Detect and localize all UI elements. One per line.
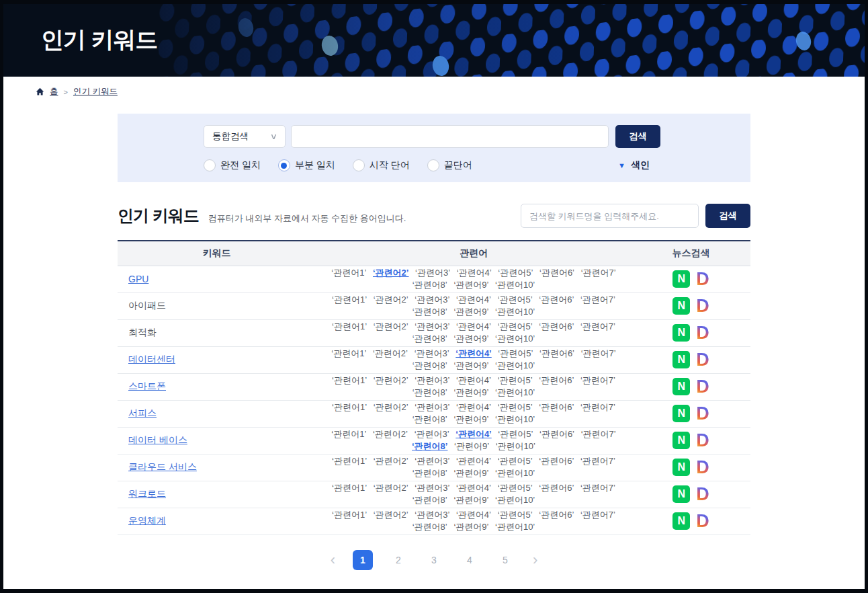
pagination-page-1[interactable]: 1	[353, 550, 373, 570]
related-term: ‘관련어8’	[413, 307, 447, 317]
keyword-link[interactable]: 데이터센터	[128, 354, 175, 364]
keyword-cell: 아이패드	[118, 292, 316, 319]
related-term: ‘관련어9’	[453, 280, 488, 290]
related-term: ‘관련어7’	[580, 375, 615, 385]
daum-news-icon[interactable]: D	[696, 512, 709, 530]
related-term-link[interactable]: ‘관련어4’	[455, 348, 491, 358]
section-title: 인기 키워드	[118, 205, 199, 227]
match-option-radio[interactable]: 완전 일치	[204, 159, 261, 171]
keyword-text: 최적화	[128, 327, 157, 338]
related-term: ‘관련어5’	[498, 510, 533, 520]
naver-news-icon[interactable]: N	[672, 432, 690, 449]
radio-unchecked-icon[interactable]	[427, 159, 439, 171]
related-term: ‘관련어10’	[496, 441, 535, 451]
search-category-select[interactable]: 통합검색 ∨	[204, 125, 286, 148]
related-term: ‘관련어8’	[413, 387, 447, 397]
related-term: ‘관련어5’	[498, 483, 533, 493]
daum-news-icon[interactable]: D	[696, 459, 709, 476]
breadcrumb-home-link[interactable]: 홈	[50, 86, 58, 97]
match-option-selected[interactable]: 부분 일치	[278, 159, 335, 171]
keyword-link[interactable]: 운영체계	[128, 515, 166, 526]
related-term: ‘관련어10’	[495, 280, 535, 290]
naver-news-icon[interactable]: N	[672, 297, 690, 315]
pagination-page-5[interactable]: 5	[495, 550, 515, 570]
related-term-link[interactable]: ‘관련어4’	[455, 429, 491, 439]
related-term: ‘관련어5’	[498, 268, 533, 278]
keyword-link[interactable]: 스마트폰	[128, 381, 166, 391]
naver-news-icon[interactable]: N	[672, 512, 690, 530]
radio-checked-icon[interactable]	[278, 159, 290, 171]
naver-news-icon[interactable]: N	[672, 351, 690, 368]
related-term: ‘관련어3’	[415, 321, 449, 331]
table-row: 데이터센터‘관련어1’ ‘관련어2’ ‘관련어3’ ‘관련어4’ ‘관련어5’ …	[118, 346, 750, 373]
filter-search-button[interactable]: 검색	[615, 125, 660, 148]
related-term: ‘관련어4’	[456, 375, 491, 385]
table-row: 워크로드‘관련어1’ ‘관련어2’ ‘관련어3’ ‘관련어4’ ‘관련어5’ ‘…	[118, 481, 750, 508]
main-content: 통합검색 ∨ 검색 완전 일치부분 일치시작 단어끝단어 ▼ 색인 인기 키워드…	[118, 114, 750, 570]
news-search-cell: ND	[632, 319, 750, 346]
table-row: 데이터 베이스‘관련어1’ ‘관련어2’ ‘관련어3’ ‘관련어4’ ‘관련어5…	[118, 427, 750, 454]
keyword-link[interactable]: 워크로드	[128, 488, 166, 499]
filter-row-search: 통합검색 ∨ 검색	[204, 125, 750, 148]
match-option-radio[interactable]: 끝단어	[427, 159, 472, 171]
related-term: ‘관련어1’	[332, 375, 367, 385]
keyword-cell: 최적화	[118, 319, 316, 346]
pagination-next-icon[interactable]: ›	[527, 551, 543, 569]
related-term: ‘관련어7’	[580, 321, 615, 331]
related-term: ‘관련어8’	[413, 468, 447, 478]
radio-unchecked-icon[interactable]	[204, 159, 216, 171]
daum-news-icon[interactable]: D	[696, 405, 709, 422]
daum-news-icon[interactable]: D	[696, 351, 709, 368]
page: 인기 키워드 홈 > 인기 키워드 통합검색 ∨ 검색 완전 일치부분 일치시작…	[3, 4, 865, 589]
related-term: ‘관련어4’	[456, 402, 491, 412]
pagination-prev-icon[interactable]: ‹	[325, 551, 341, 569]
daum-news-icon[interactable]: D	[696, 378, 709, 395]
table-row: 아이패드‘관련어1’ ‘관련어2’ ‘관련어3’ ‘관련어4’ ‘관련어5’ ‘…	[118, 292, 750, 319]
keyword-search-button[interactable]: 검색	[705, 204, 750, 228]
naver-news-icon[interactable]: N	[672, 485, 690, 503]
keyword-link[interactable]: 서피스	[128, 407, 157, 418]
related-term: ‘관련어3’	[415, 402, 449, 412]
daum-news-icon[interactable]: D	[696, 485, 709, 503]
news-search-cell: ND	[632, 292, 750, 319]
index-toggle[interactable]: ▼ 색인	[618, 159, 650, 171]
related-term: ‘관련어8’	[413, 280, 447, 290]
related-term: ‘관련어1’	[332, 402, 367, 412]
daum-news-icon[interactable]: D	[696, 432, 709, 449]
breadcrumb-current-link[interactable]: 인기 키워드	[73, 86, 118, 97]
news-icons: ND	[672, 459, 709, 476]
related-term: ‘관련어9’	[453, 333, 488, 344]
keyword-link[interactable]: 데이터 베이스	[128, 434, 187, 445]
page-title: 인기 키워드	[41, 25, 157, 56]
filter-search-input[interactable]	[291, 125, 609, 148]
keyword-link[interactable]: 클라우드 서비스	[128, 461, 197, 472]
related-term: ‘관련어10’	[495, 414, 535, 424]
naver-news-icon[interactable]: N	[672, 459, 690, 476]
radio-unchecked-icon[interactable]	[353, 159, 365, 171]
related-term: ‘관련어10’	[495, 468, 535, 478]
related-term: ‘관련어1’	[331, 429, 366, 439]
naver-news-icon[interactable]: N	[672, 405, 690, 422]
related-term-link[interactable]: ‘관련어2’	[373, 268, 408, 278]
daum-news-icon[interactable]: D	[696, 270, 709, 288]
related-term: ‘관련어7’	[581, 348, 616, 358]
naver-news-icon[interactable]: N	[672, 378, 690, 395]
pagination-page-2[interactable]: 2	[388, 550, 408, 570]
daum-news-icon[interactable]: D	[696, 297, 709, 315]
related-term: ‘관련어7’	[580, 402, 615, 412]
related-term: ‘관련어7’	[580, 510, 615, 520]
related-term: ‘관련어8’	[413, 522, 447, 532]
keyword-search-input[interactable]	[521, 204, 699, 228]
news-icons: ND	[672, 351, 709, 368]
naver-news-icon[interactable]: N	[672, 324, 690, 342]
keyword-link[interactable]: GPU	[128, 274, 148, 284]
related-term-link[interactable]: ‘관련어8’	[412, 441, 447, 451]
match-option-radio[interactable]: 시작 단어	[353, 159, 410, 171]
daum-news-icon[interactable]: D	[696, 324, 709, 342]
column-header: 키워드	[118, 241, 316, 266]
naver-news-icon[interactable]: N	[672, 270, 690, 288]
pagination-page-4[interactable]: 4	[460, 550, 480, 570]
pagination-page-3[interactable]: 3	[424, 550, 444, 570]
related-term: ‘관련어10’	[495, 360, 535, 370]
related-term: ‘관련어2’	[374, 456, 408, 466]
